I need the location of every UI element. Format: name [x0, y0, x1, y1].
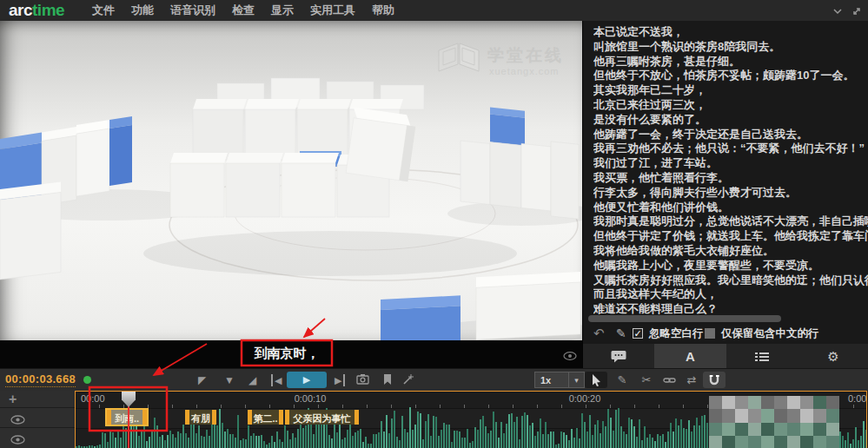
transcript-line[interactable]: 他踌躇了一会，终于决定还是自己送我去。 — [593, 128, 868, 142]
record-indicator — [83, 376, 91, 384]
transcript-line[interactable]: 北京已来往过两三次， — [593, 98, 868, 113]
playhead-line[interactable] — [128, 403, 129, 448]
import-options-row: ↶ ✎ ✓ 忽略空白行 仅保留包含中文的行 — [583, 326, 868, 344]
eye-icon[interactable] — [563, 348, 577, 364]
transcript-line[interactable]: 其实我那年已二十岁， — [593, 83, 868, 98]
timeline-content[interactable]: 00:000:00:100:00:200:00: 到南..有朋第二..父亲因为事… — [75, 391, 867, 448]
menu-bar: arctime 文件功能语音识别检查显示实用工具帮助 — [0, 0, 868, 22]
text-import-panel: 本已说定不送我，叫旅馆里一个熟识的茶房8陪我同去。他再三嘱咐茶房，甚是仔细。但他… — [582, 21, 868, 369]
transcript-line[interactable]: 我那时真是聪明过分，总觉他说话不大漂亮，非自己插嘴不可 — [593, 214, 868, 229]
tab-comments[interactable] — [583, 344, 654, 369]
watermark-url: xuetangx.com — [489, 66, 559, 76]
ignore-blank-label: 忽略空白行 — [649, 326, 704, 341]
transcript-line[interactable]: 我将他给我做的紫毛大衣铺好座位。 — [593, 244, 868, 259]
pointer-icon — [591, 374, 601, 386]
transcript-line[interactable]: 而且我这样大年纪的人， — [593, 287, 868, 302]
set-out-point-icon[interactable]: ◢ — [248, 374, 256, 386]
next-icon[interactable]: ▶ — [335, 374, 345, 386]
add-track-button[interactable]: + — [9, 392, 17, 407]
magic-wand-icon[interactable] — [402, 373, 414, 388]
camera-icon[interactable] — [356, 373, 369, 387]
menu-item[interactable]: 帮助 — [372, 3, 394, 18]
previous-icon[interactable]: ◀ — [271, 374, 282, 386]
subtitle-block-label: 有朋 — [191, 413, 210, 424]
playback-speed-dropdown[interactable]: 1x ▾ — [534, 372, 585, 388]
transcript-line[interactable]: 我再三劝他不必去；他只说：“不要紧，他们去不好！” — [593, 142, 868, 156]
track1-visibility-eye-icon[interactable] — [10, 412, 25, 428]
transcript-line[interactable]: 我们过了江，进了车站。 — [593, 156, 868, 171]
tab-text[interactable]: A — [654, 344, 726, 369]
panel-tab-bar: A ⚙ — [583, 344, 868, 369]
transcript-line[interactable]: 是没有什么要紧的了。 — [593, 113, 868, 128]
menu-item[interactable]: 检查 — [232, 3, 255, 18]
undo-icon[interactable]: ↶ — [593, 326, 605, 341]
subtitle-overlay-text[interactable]: 到南京时， — [242, 341, 331, 366]
tab-settings[interactable]: ⚙ — [798, 344, 868, 369]
subtitle-block-label: 父亲因为事忙 — [294, 413, 351, 424]
transcript-line[interactable]: 行李太多，得向脚夫行些小费才可过去。 — [593, 186, 868, 201]
player-toolbar: 00:00:03.668 ◤ ▼ ◢ ◀ ▶ ▶ 1x ▾ ✎ ✂ ⇄ — [0, 368, 868, 391]
chinese-only-label: 仅保留包含中文的行 — [721, 326, 819, 341]
subtitle-block[interactable]: 到南.. — [107, 410, 147, 425]
bottom-left-cube — [0, 181, 61, 280]
bottom-right-cubes — [381, 272, 580, 340]
subtitle-block[interactable]: 第二.. — [248, 410, 283, 425]
magnet-icon — [708, 374, 720, 386]
edit-pencil-icon[interactable]: ✎ — [616, 326, 626, 341]
ignore-blank-checkbox[interactable]: ✓ — [633, 328, 643, 339]
logo-time: time — [32, 1, 64, 19]
transcript-line[interactable]: 又嘱托茶房好好照应我。我心里暗笑他的迂；他们只认得钱 — [593, 273, 868, 288]
drop-subtitle-icon[interactable]: ▼ — [224, 374, 235, 386]
edit-tool[interactable]: ✎ — [611, 372, 633, 388]
play-button[interactable]: ▶ — [287, 372, 327, 388]
transcript-line[interactable]: 但他终于不放心，怕茶房不妥帖；颇踌躇10了一会。 — [593, 69, 868, 83]
horizontal-scrollbar[interactable] — [588, 315, 781, 322]
subtitle-block[interactable]: 父亲因为事忙 — [285, 410, 359, 425]
transcript-line[interactable]: 他便又忙着和他们讲价钱。 — [593, 201, 868, 215]
watermark: 学堂在线 xuetangx.com — [439, 43, 564, 76]
pointer-tool[interactable] — [585, 372, 607, 388]
gear-icon: ⚙ — [827, 349, 838, 365]
cut-tool[interactable]: ✂ — [635, 372, 658, 388]
speech-bubble-icon — [611, 350, 626, 363]
expand-icon[interactable] — [851, 4, 862, 20]
video-preview[interactable]: 学堂在线 xuetangx.com — [0, 21, 582, 340]
transcript-line[interactable]: 但他终于讲定了价钱；就送我上车。他给我拣定了靠车门的一 — [593, 229, 868, 244]
track2-visibility-eye-icon[interactable] — [10, 432, 25, 448]
subtitle-block-label: 第二.. — [253, 413, 277, 424]
logo-arc: arc — [9, 1, 32, 19]
transcript-line[interactable]: 本已说定不送我， — [593, 25, 868, 40]
right-cube-group — [461, 104, 579, 219]
timeline-panel: + 00:000:00:100:00:200:00: 到南..有朋第二..父亲因… — [0, 391, 868, 448]
menu-item[interactable]: 文件 — [92, 3, 115, 18]
video-cube-scene: 学堂在线 xuetangx.com — [0, 21, 582, 340]
transcript-line[interactable]: 他再三嘱咐茶房，甚是仔细。 — [593, 55, 868, 69]
link-icon — [663, 375, 676, 385]
transcript-line[interactable]: 他嘱我路上小心，夜里要警醒些，不要受凉。 — [593, 259, 868, 273]
subtitle-block[interactable]: 有朋 — [185, 410, 216, 425]
menu-item[interactable]: 实用工具 — [310, 3, 355, 18]
app-logo: arctime — [9, 1, 64, 20]
transcript-line[interactable]: 叫旅馆里一个熟识的茶房8陪我同去。 — [593, 40, 868, 55]
list-icon — [755, 352, 769, 362]
timecode[interactable]: 00:00:03.668 — [5, 372, 76, 387]
transcript-line[interactable]: 难道还不能料理自己么？ — [593, 302, 868, 314]
arctime-app: arctime 文件功能语音识别检查显示实用工具帮助 — [0, 0, 868, 448]
dropdown-arrow-icon[interactable]: ▾ — [568, 372, 584, 387]
bookmark-icon[interactable] — [382, 373, 393, 388]
transcript-lines[interactable]: 本已说定不送我，叫旅馆里一个熟识的茶房8陪我同去。他再三嘱咐茶房，甚是仔细。但他… — [593, 25, 868, 314]
transcript-line[interactable]: 我买票，他忙着照看行李。 — [593, 171, 868, 186]
chevron-down-icon[interactable] — [832, 4, 843, 20]
speed-value: 1x — [535, 375, 568, 385]
menu-items: 文件功能语音识别检查显示实用工具帮助 — [92, 0, 394, 21]
magnet-tool[interactable] — [703, 372, 726, 388]
menu-item[interactable]: 显示 — [271, 3, 294, 18]
menu-item[interactable]: 语音识别 — [170, 3, 215, 18]
link-tool[interactable] — [658, 372, 680, 388]
menu-item[interactable]: 功能 — [131, 3, 154, 18]
tab-list[interactable] — [726, 344, 798, 369]
set-in-point-icon[interactable]: ◤ — [198, 374, 206, 386]
swap-tool[interactable]: ⇄ — [680, 372, 703, 388]
censored-mosaic — [709, 396, 839, 448]
chinese-only-checkbox[interactable] — [705, 328, 715, 339]
